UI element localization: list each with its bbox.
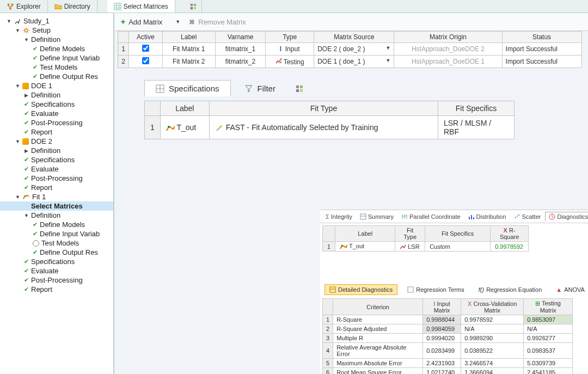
fit-result-row[interactable]: 1 T_out LSR Custom 0.9978592 [323,242,529,252]
crit-row: 5Maximum Absolute Error2.42319033.246657… [323,359,573,368]
table-icon [329,286,336,293]
table-icon [407,286,414,293]
tree-item[interactable]: ✔Post-Processing [0,275,113,285]
spec-row[interactable]: 1 T_out FAST - Fit Automatically Selecte… [145,116,514,139]
tree-item[interactable]: ✔Define Models [0,220,113,229]
tree-item[interactable]: ✔Report [0,127,113,137]
tree-study[interactable]: ▼Study_1 [0,16,113,26]
funnel-icon [244,84,253,93]
tree-setup[interactable]: ▼Setup [0,26,113,35]
active-checkbox[interactable] [142,45,149,52]
tree-select-matrices[interactable]: ▶Select Matrices [0,201,113,211]
subtab-anova[interactable]: ▲ANOVA [552,285,588,295]
parallel-icon [401,213,408,220]
grid-extra-icon [295,84,304,93]
crit-row: 4Relative Average Absolute Error0.028349… [323,343,573,359]
folder-icon [54,3,62,10]
remove-matrix-button[interactable]: ✖Remove Matrix [189,18,246,26]
svg-rect-36 [330,287,335,292]
tab-summary[interactable]: Summary [357,212,397,221]
tree-setup-def[interactable]: ▼Definition [0,35,113,44]
col-active: Active [129,32,163,43]
diagnostics-panel: ΣIntegrity Summary Parallel Coordinate D… [320,210,588,374]
tab-distribution[interactable]: Distribution [465,212,510,221]
svg-rect-0 [8,3,10,5]
tree-item[interactable]: ✔Evaluate [0,164,113,174]
tree-doe1[interactable]: ▼DOE 1 [0,81,113,90]
svg-rect-38 [408,287,413,292]
tree-item[interactable]: ✔Specifications [0,100,113,109]
tab-label: Explorer [16,3,41,10]
svg-point-13 [24,195,26,197]
testing-icon [275,58,282,64]
spec-table: Label Fit Type Fit Specifics 1 T_out FAS… [144,101,514,139]
tab-label: Directory [64,3,90,10]
add-matrix-button[interactable]: +Add Matrix▼ [121,17,180,26]
tree-item[interactable]: ✔Post-Processing [0,118,113,127]
svg-rect-19 [296,89,299,92]
tab-diagnostics[interactable]: Diagnostics [545,212,588,221]
col-type: Type [266,32,314,43]
tree-fit-def[interactable]: ▼Definition [0,211,113,220]
tree-fit1[interactable]: ▼Fit 1 [0,192,113,201]
tab-explorer[interactable]: Explorer [0,0,48,13]
empty-circle-icon [33,240,39,247]
col-label: Label [162,32,215,43]
tree-item[interactable]: ✔Define Output Res [0,248,113,257]
tab-extra-grid[interactable] [185,0,202,13]
crit-row: 2R-Square Adjusted0.9984059N/AN/A [323,324,573,334]
subtab-regression-terms[interactable]: Regression Terms [403,285,468,295]
tab-specifications[interactable]: Specifications [144,80,231,96]
subtab-detailed-diagnostics[interactable]: Detailed Diagnostics [324,284,397,295]
fit-icon [22,193,30,201]
tree-item[interactable]: ✔Define Models [0,44,113,53]
tree-item[interactable]: ✔Post-Processing [0,174,113,183]
cube-icon [22,138,29,145]
svg-rect-26 [473,217,474,219]
grid-extra-icon [189,3,197,10]
output-var-icon [340,243,347,250]
svg-point-21 [168,126,170,128]
active-checkbox[interactable] [142,57,149,64]
tab-scatter[interactable]: Scatter [511,212,544,221]
svg-rect-22 [360,214,366,219]
tree-item[interactable]: ✔Report [0,285,113,294]
tree-item[interactable]: ✔Report [0,183,113,192]
svg-point-29 [518,214,519,216]
svg-rect-3 [114,3,121,9]
output-var-icon [166,124,175,132]
svg-rect-24 [469,217,470,219]
tree-item[interactable]: ✔Specifications [0,155,113,164]
svg-point-27 [515,217,516,218]
svg-rect-1 [11,3,14,5]
tree-item[interactable]: ✔Define Output Res [0,72,113,81]
tree-item[interactable]: ✔Define Input Variab [0,229,113,238]
tree-doe1-def[interactable]: ▶Definition [0,90,113,100]
tab-integrity[interactable]: ΣIntegrity [322,212,356,221]
explorer-tree: ▼Study_1 ▼Setup ▼Definition ✔Define Mode… [0,13,114,374]
wand-icon [215,124,224,132]
subtab-regression-equation[interactable]: f()Regression Equation [474,285,547,295]
chevron-down-icon[interactable]: ▼ [386,45,391,51]
tab-parallel[interactable]: Parallel Coordinate [398,212,464,221]
chevron-down-icon[interactable]: ▼ [386,58,391,63]
matrix-row[interactable]: 2 Fit Matrix 2 fitmatrix_2 Testing DOE 1… [118,56,582,68]
tree-doe2[interactable]: ▼DOE 2 [0,137,113,146]
grid-icon [156,84,164,93]
tree-item[interactable]: ✔Evaluate [0,109,113,118]
fit-result-table: Label Fit Type Fit Specifics X R-Square … [322,225,529,252]
bars-icon [468,213,475,220]
tab-filter[interactable]: Filter [233,80,287,96]
tree-item[interactable]: ✔Evaluate [0,266,113,275]
crit-row: 1R-Square0.99880440.99785920.9853097 [323,315,573,324]
tree-item[interactable]: Test Models [0,238,113,248]
tree-doe2-def[interactable]: ▶Definition [0,146,113,155]
tree-item[interactable]: ✔Test Models [0,63,113,72]
tab-select-matrices[interactable]: Select Matrices [107,0,175,13]
tree-item[interactable]: ✔Define Input Variab [0,53,113,63]
matrix-table: Active Label Varname Type Matrix Source … [118,31,582,68]
tab-extra-grid[interactable] [289,81,310,96]
tree-item[interactable]: ✔Specifications [0,257,113,266]
matrix-row[interactable]: 1 Fit Matrix 1 fitmatrix_1 I Input DOE 2… [118,43,582,56]
tab-directory[interactable]: Directory [48,0,97,13]
